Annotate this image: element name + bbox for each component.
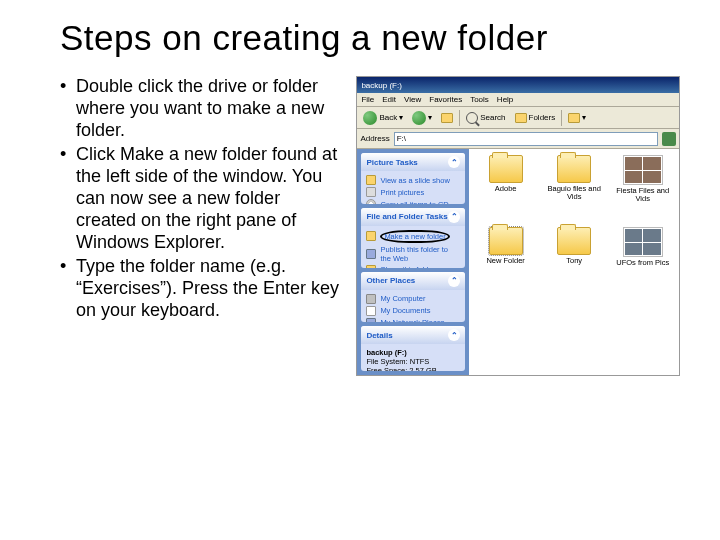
collapse-icon[interactable]: ⌃ <box>448 156 460 168</box>
folder-item[interactable]: Tony <box>542 227 607 295</box>
print-icon <box>366 187 376 197</box>
menu-edit[interactable]: Edit <box>382 95 396 104</box>
network-icon <box>366 318 376 323</box>
address-bar: Address <box>357 129 679 149</box>
task-copy-cd[interactable]: Copy all items to CD <box>366 198 460 204</box>
collapse-icon[interactable]: ⌃ <box>448 211 460 223</box>
task-label: Share this folder <box>380 265 435 267</box>
collapse-icon[interactable]: ⌃ <box>448 275 460 287</box>
address-label: Address <box>360 134 389 143</box>
menu-help[interactable]: Help <box>497 95 513 104</box>
item-label: Adobe <box>495 185 517 193</box>
task-sidebar: Picture Tasks ⌃ View as a slide show Pri… <box>357 149 469 375</box>
window-title: backup (F:) <box>361 81 675 90</box>
task-label: View as a slide show <box>380 176 449 185</box>
folders-button[interactable]: Folders <box>512 112 559 124</box>
task-label: My Computer <box>380 294 425 303</box>
cd-icon <box>366 199 376 204</box>
views-icon <box>568 113 580 123</box>
folder-item[interactable]: UFOs from Pics <box>610 227 675 295</box>
item-label: UFOs from Pics <box>616 259 669 267</box>
item-label: Baguio files and Vids <box>543 185 605 202</box>
folders-icon <box>515 113 527 123</box>
chevron-down-icon: ▾ <box>428 113 432 122</box>
forward-button[interactable]: ▾ <box>409 110 435 126</box>
toolbar: Back ▾ ▾ Search Folders <box>357 107 679 129</box>
details-name: backup (F:) <box>366 348 460 357</box>
new-folder-icon <box>366 231 376 241</box>
go-button[interactable] <box>662 132 676 146</box>
slide-title: Steps on creating a new folder <box>60 18 680 58</box>
bullet-item: Click Make a new folder found at the lef… <box>60 144 344 254</box>
place-my-computer[interactable]: My Computer <box>366 293 460 305</box>
item-label: Tony <box>566 257 582 265</box>
task-publish[interactable]: Publish this folder to the Web <box>366 244 460 264</box>
other-places-header[interactable]: Other Places ⌃ <box>361 272 465 290</box>
file-folder-tasks-header[interactable]: File and Folder Tasks ⌃ <box>361 208 465 226</box>
picture-tasks-header[interactable]: Picture Tasks ⌃ <box>361 153 465 171</box>
views-button[interactable]: ▾ <box>565 112 589 124</box>
menubar[interactable]: File Edit View Favorites Tools Help <box>357 93 679 107</box>
task-label: Publish this folder to the Web <box>380 245 460 263</box>
task-print[interactable]: Print pictures <box>366 186 460 198</box>
task-slideshow[interactable]: View as a slide show <box>366 174 460 186</box>
computer-icon <box>366 294 376 304</box>
task-label: My Network Places <box>380 318 444 322</box>
picture-tasks-panel: Picture Tasks ⌃ View as a slide show Pri… <box>361 153 465 204</box>
search-label: Search <box>480 113 505 122</box>
task-label: Make a new folder <box>380 230 449 243</box>
other-places-panel: Other Places ⌃ My Computer My Documents … <box>361 272 465 323</box>
bullet-item: Type the folder name (e.g. “Exercises”).… <box>60 256 344 322</box>
chevron-down-icon: ▾ <box>399 113 403 122</box>
separator <box>459 110 460 126</box>
forward-icon <box>412 111 426 125</box>
panel-title: Details <box>366 331 392 340</box>
folder-icon <box>557 227 591 255</box>
folder-icon <box>489 227 523 255</box>
panel-title: Picture Tasks <box>366 158 417 167</box>
slideshow-icon <box>366 175 376 185</box>
task-share[interactable]: Share this folder <box>366 264 460 268</box>
back-icon <box>363 111 377 125</box>
window-titlebar[interactable]: backup (F:) <box>357 77 679 93</box>
new-folder-item[interactable]: New Folder <box>473 227 538 295</box>
place-my-documents[interactable]: My Documents <box>366 305 460 317</box>
place-network[interactable]: My Network Places <box>366 317 460 323</box>
up-button[interactable] <box>438 112 456 124</box>
documents-icon <box>366 306 376 316</box>
folder-item[interactable]: Fiesta Files and Vids <box>610 155 675 223</box>
thumbnail-icon <box>623 155 663 185</box>
details-free: Free Space: 2.57 GB <box>366 366 460 371</box>
file-folder-tasks-panel: File and Folder Tasks ⌃ Make a new folde… <box>361 208 465 268</box>
details-header[interactable]: Details ⌃ <box>361 326 465 344</box>
panel-title: File and Folder Tasks <box>366 212 447 221</box>
search-button[interactable]: Search <box>463 111 508 125</box>
menu-favorites[interactable]: Favorites <box>429 95 462 104</box>
address-input[interactable] <box>394 132 658 146</box>
collapse-icon[interactable]: ⌃ <box>448 329 460 341</box>
folder-item[interactable]: Adobe <box>473 155 538 223</box>
search-icon <box>466 112 478 124</box>
details-fs: File System: NTFS <box>366 357 460 366</box>
details-panel: Details ⌃ backup (F:) File System: NTFS … <box>361 326 465 371</box>
content-pane[interactable]: Adobe Baguio files and Vids Fiesta Files… <box>469 149 679 375</box>
explorer-window: backup (F:) File Edit View Favorites Too… <box>356 76 680 376</box>
thumbnail-icon <box>623 227 663 257</box>
menu-file[interactable]: File <box>361 95 374 104</box>
task-label: My Documents <box>380 306 430 315</box>
bullet-list: Double click the drive or folder where y… <box>60 76 344 376</box>
folder-icon <box>489 155 523 183</box>
back-button[interactable]: Back ▾ <box>360 110 406 126</box>
separator <box>561 110 562 126</box>
publish-icon <box>366 249 376 259</box>
menu-tools[interactable]: Tools <box>470 95 489 104</box>
folder-item[interactable]: Baguio files and Vids <box>542 155 607 223</box>
back-label: Back <box>379 113 397 122</box>
share-icon <box>366 265 376 268</box>
bullet-item: Double click the drive or folder where y… <box>60 76 344 142</box>
item-label: New Folder <box>486 257 524 265</box>
task-make-new-folder[interactable]: Make a new folder <box>366 229 460 244</box>
item-label: Fiesta Files and Vids <box>612 187 674 204</box>
menu-view[interactable]: View <box>404 95 421 104</box>
task-label: Print pictures <box>380 188 424 197</box>
